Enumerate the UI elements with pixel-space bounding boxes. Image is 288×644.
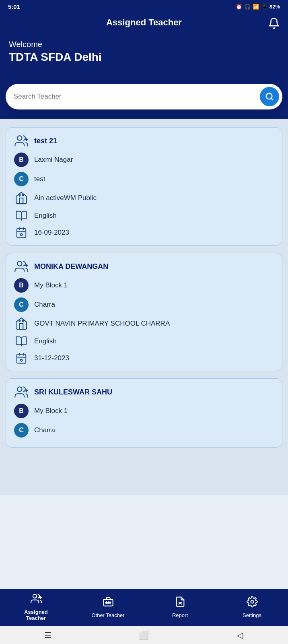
block-badge: B: [14, 404, 29, 418]
block-name: My Block 1: [34, 281, 68, 289]
calendar-icon: [14, 227, 29, 239]
other-teacher-nav-icon: [103, 596, 114, 610]
assign-date: 31-12-2023: [34, 354, 69, 362]
welcome-greeting: Welcome: [9, 40, 279, 49]
svg-rect-8: [17, 229, 26, 238]
svg-point-22: [21, 359, 23, 361]
cluster-badge: C: [14, 297, 29, 312]
school-name: GOVT NAVIN PRIMARY SCHOOL CHARRA: [34, 320, 170, 328]
notification-bell-icon[interactable]: [268, 17, 280, 32]
teacher-icon: [14, 260, 29, 273]
subject-row: English: [14, 335, 274, 347]
teacher-name: SRI KULESWAR SAHU: [34, 388, 112, 396]
svg-point-23: [17, 387, 22, 391]
assigned-teacher-nav-icon: [31, 593, 42, 607]
cluster-row: C Charra: [14, 297, 274, 312]
teacher-icon: [14, 134, 29, 148]
teacher-name: MONIKA DEWANGAN: [34, 262, 108, 271]
book-icon: [14, 335, 29, 347]
svg-rect-6: [19, 195, 20, 196]
menu-button[interactable]: ☰: [40, 629, 56, 641]
svg-point-35: [109, 602, 111, 603]
welcome-name: TDTA SFDA Delhi: [9, 51, 279, 64]
nav-other-teacher-label: Other Teacher: [91, 612, 124, 619]
cluster-row: C test: [14, 172, 274, 186]
search-button[interactable]: [260, 87, 279, 106]
teacher-card[interactable]: test 21 B Laxmi Nagar C test Ain activeW…: [6, 127, 282, 246]
teacher-name: test 21: [34, 137, 57, 145]
svg-point-37: [251, 600, 253, 603]
svg-rect-7: [23, 195, 24, 196]
svg-rect-17: [23, 320, 24, 322]
search-bar: [6, 84, 282, 109]
assign-date: 16-09-2023: [34, 229, 69, 237]
system-nav-bar: ☰ ⬜ ◁: [0, 626, 288, 644]
block-name: My Block 1: [34, 407, 68, 415]
back-button[interactable]: ◁: [232, 629, 248, 641]
page-title: Assigned Teacher: [106, 17, 182, 28]
battery: 82%: [269, 4, 280, 10]
report-nav-icon: [175, 596, 186, 610]
school-name: Ain activeWM Public: [34, 194, 97, 202]
nav-settings-label: Settings: [243, 612, 261, 619]
calendar-icon: [14, 352, 29, 364]
settings-nav-icon: [247, 596, 258, 610]
content-area: test 21 B Laxmi Nagar C test Ain activeW…: [0, 119, 288, 495]
cluster-row: C Charra: [14, 423, 274, 438]
home-button[interactable]: ⬜: [136, 629, 152, 641]
bottom-navigation: AssignedTeacher Other Teacher: [0, 589, 288, 626]
book-icon: [14, 210, 29, 222]
card-name-row: test 21: [14, 134, 274, 148]
welcome-section: Welcome TDTA SFDA Delhi: [0, 36, 288, 84]
teacher-icon: [14, 385, 29, 399]
date-row: 31-12-2023: [14, 352, 274, 364]
nav-report[interactable]: Report: [144, 596, 216, 619]
cluster-name: test: [34, 175, 45, 183]
card-name-row: SRI KULESWAR SAHU: [14, 385, 274, 399]
block-row: B Laxmi Nagar: [14, 153, 274, 167]
svg-point-26: [33, 594, 36, 598]
status-icons: ⏰ 🎧 📶 📱 82%: [236, 4, 280, 10]
svg-point-33: [105, 602, 107, 603]
svg-point-2: [17, 136, 22, 140]
search-input[interactable]: [14, 93, 260, 101]
alarm-icon: ⏰: [236, 4, 242, 10]
card-name-row: MONIKA DEWANGAN: [14, 260, 274, 273]
subject-row: English: [14, 210, 274, 222]
cluster-name: Charra: [34, 426, 55, 434]
search-icon: [265, 92, 274, 101]
app-header: Assigned Teacher: [0, 13, 288, 36]
nav-other-teacher[interactable]: Other Teacher: [72, 596, 144, 619]
nav-assigned-teacher[interactable]: AssignedTeacher: [0, 593, 72, 621]
block-badge: B: [14, 153, 29, 167]
school-row: Ain activeWM Public: [14, 191, 274, 205]
status-bar: 5:01 ⏰ 🎧 📶 📱 82%: [0, 0, 288, 13]
teacher-card[interactable]: SRI KULESWAR SAHU B My Block 1 C Charra: [6, 378, 282, 448]
teacher-card[interactable]: MONIKA DEWANGAN B My Block 1 C Charra GO…: [6, 253, 282, 371]
svg-rect-18: [17, 354, 26, 363]
bluetooth-icon: 🎧: [244, 4, 251, 10]
svg-point-34: [107, 602, 109, 603]
subject-name: English: [34, 337, 57, 345]
cluster-badge: C: [14, 172, 29, 186]
block-row: B My Block 1: [14, 404, 274, 418]
block-badge: B: [14, 278, 29, 293]
svg-point-13: [17, 261, 22, 266]
school-icon: [14, 191, 29, 205]
subject-name: English: [34, 212, 57, 220]
nav-assigned-teacher-label: AssignedTeacher: [24, 609, 48, 621]
school-row: GOVT NAVIN PRIMARY SCHOOL CHARRA: [14, 317, 274, 330]
date-row: 16-09-2023: [14, 227, 274, 239]
cluster-badge: C: [14, 423, 29, 438]
search-outer: [0, 84, 288, 119]
wifi-icon: 📶: [253, 4, 259, 10]
nav-settings[interactable]: Settings: [216, 596, 288, 619]
svg-point-12: [21, 234, 23, 236]
block-row: B My Block 1: [14, 278, 274, 293]
nav-report-label: Report: [172, 612, 188, 619]
school-icon: [14, 317, 29, 330]
cluster-name: Charra: [34, 301, 55, 309]
signal-icon: 📱: [261, 4, 267, 10]
block-name: Laxmi Nagar: [34, 156, 73, 164]
svg-line-1: [271, 98, 273, 100]
